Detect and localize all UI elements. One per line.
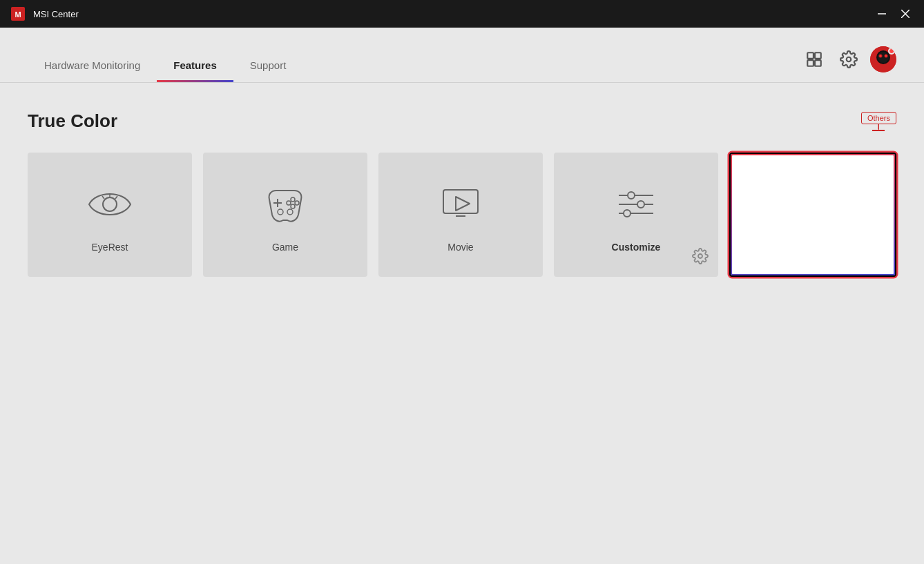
svg-point-35 bbox=[624, 210, 631, 217]
svg-point-15 bbox=[880, 55, 881, 57]
svg-point-34 bbox=[637, 201, 644, 208]
svg-rect-7 bbox=[807, 60, 814, 66]
user-avatar[interactable] bbox=[870, 46, 896, 72]
svg-text:M: M bbox=[15, 10, 21, 19]
app-container: Hardware Monitoring Features Support bbox=[0, 28, 924, 564]
content-area: True Color Others bbox=[0, 83, 924, 564]
close-button[interactable] bbox=[895, 3, 916, 24]
title-bar: M MSI Center bbox=[0, 0, 924, 28]
svg-point-16 bbox=[885, 55, 887, 57]
nav-tabs: Hardware Monitoring Features Support bbox=[28, 28, 302, 82]
grid-view-button[interactable] bbox=[801, 46, 827, 72]
game-label: Game bbox=[272, 242, 298, 253]
settings-button[interactable] bbox=[836, 46, 862, 72]
svg-point-22 bbox=[287, 201, 291, 205]
svg-point-24 bbox=[278, 209, 283, 215]
customize-icon bbox=[608, 177, 664, 232]
tab-hardware-monitoring[interactable]: Hardware Monitoring bbox=[28, 28, 157, 82]
others-badge[interactable]: Others bbox=[861, 112, 896, 124]
svg-point-21 bbox=[295, 201, 299, 205]
game-icon bbox=[258, 177, 313, 232]
movie-icon bbox=[433, 177, 488, 232]
svg-point-9 bbox=[847, 57, 851, 62]
title-bar-left: M MSI Center bbox=[8, 4, 79, 23]
tab-features[interactable]: Features bbox=[157, 28, 233, 82]
title-bar-controls bbox=[872, 3, 916, 24]
card-customize[interactable]: Customize bbox=[554, 153, 718, 277]
svg-point-25 bbox=[287, 209, 293, 215]
card-default[interactable]: Default bbox=[729, 153, 896, 277]
svg-rect-6 bbox=[815, 52, 821, 59]
card-eyerest[interactable]: EyeRest bbox=[28, 153, 192, 277]
default-refresh-icon bbox=[785, 177, 840, 232]
svg-point-23 bbox=[291, 204, 295, 208]
gear-icon[interactable] bbox=[692, 248, 709, 267]
svg-point-17 bbox=[103, 197, 117, 211]
svg-point-20 bbox=[291, 197, 295, 202]
default-label: Default bbox=[798, 242, 828, 253]
svg-rect-26 bbox=[443, 190, 478, 213]
eyerest-icon bbox=[82, 177, 137, 232]
svg-rect-8 bbox=[815, 60, 821, 66]
app-title: MSI Center bbox=[33, 9, 79, 19]
card-movie[interactable]: Movie bbox=[378, 153, 543, 277]
nav-right bbox=[801, 46, 896, 82]
svg-point-12 bbox=[878, 52, 889, 63]
nav-bar: Hardware Monitoring Features Support bbox=[0, 28, 924, 83]
svg-marker-29 bbox=[456, 197, 470, 211]
svg-point-36 bbox=[698, 254, 702, 258]
customize-label: Customize bbox=[612, 242, 661, 253]
minimize-button[interactable] bbox=[872, 3, 892, 24]
section-header: True Color Others bbox=[28, 110, 896, 132]
section-title: True Color bbox=[28, 110, 117, 132]
cards-grid: EyeRest bbox=[28, 153, 896, 277]
tab-support[interactable]: Support bbox=[233, 28, 303, 82]
svg-rect-5 bbox=[807, 52, 814, 59]
movie-label: Movie bbox=[447, 242, 473, 253]
msi-logo-icon: M bbox=[8, 4, 28, 23]
eyerest-label: EyeRest bbox=[92, 242, 128, 253]
svg-point-33 bbox=[628, 192, 635, 199]
notification-dot bbox=[888, 48, 895, 55]
card-game[interactable]: Game bbox=[203, 153, 367, 277]
